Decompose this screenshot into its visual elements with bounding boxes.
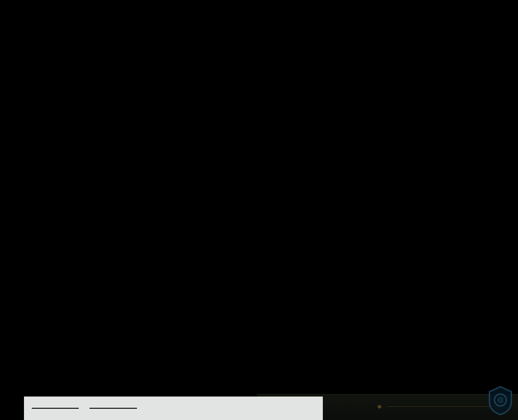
- banner-line-right: [90, 408, 137, 409]
- site-banner: [24, 397, 323, 420]
- screenshot-root: ◈: [0, 0, 518, 420]
- banner-line-left: [32, 408, 79, 409]
- shield-eye-icon: [487, 385, 514, 416]
- diamond-ornament: ◈: [377, 403, 382, 410]
- site-logo: [487, 385, 517, 416]
